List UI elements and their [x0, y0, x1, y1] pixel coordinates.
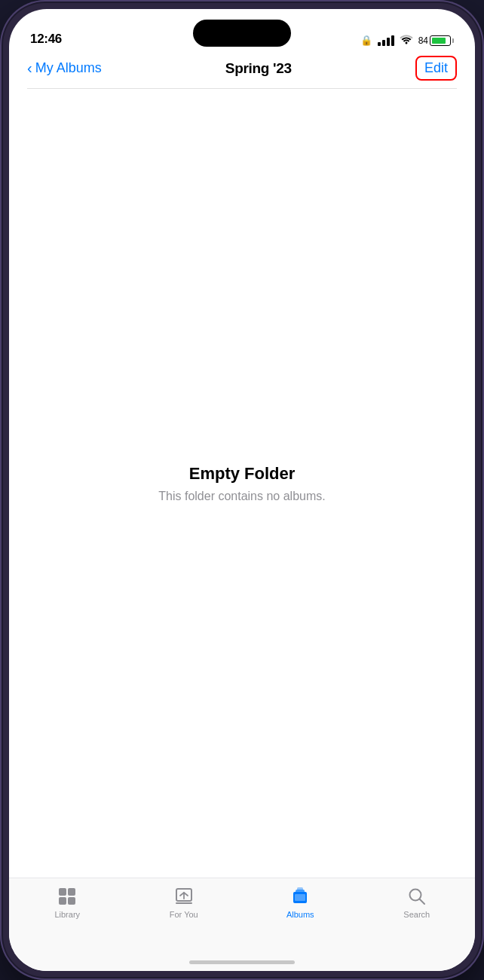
svg-rect-9 [297, 887, 303, 890]
back-label: My Albums [35, 60, 102, 76]
svg-rect-0 [59, 888, 66, 896]
tab-albums-label: Albums [286, 910, 314, 919]
empty-folder-subtitle: This folder contains no albums. [158, 490, 325, 503]
svg-rect-3 [68, 897, 75, 905]
home-indicator [9, 953, 475, 971]
phone-frame: 12:46 🔒 [0, 0, 484, 980]
empty-folder-title: Empty Folder [189, 464, 296, 484]
svg-rect-10 [295, 894, 305, 901]
tab-search[interactable]: Search [387, 886, 447, 919]
library-icon [57, 886, 78, 907]
signal-icon [378, 35, 394, 46]
home-bar [189, 960, 295, 964]
lock-icon: 🔒 [360, 35, 372, 46]
search-icon [406, 886, 427, 907]
battery-icon: 84 [418, 35, 454, 46]
albums-icon [289, 886, 311, 907]
tab-for-you-label: For You [170, 910, 198, 919]
back-button[interactable]: ‹ My Albums [27, 60, 102, 76]
tab-albums[interactable]: Albums [270, 886, 330, 919]
status-time: 12:46 [30, 32, 62, 47]
svg-rect-1 [68, 888, 75, 896]
tab-bar: Library For You [9, 878, 475, 953]
tab-library[interactable]: Library [37, 886, 97, 919]
tab-library-label: Library [54, 910, 80, 919]
content-area: Empty Folder This folder contains no alb… [9, 89, 475, 878]
tab-search-label: Search [403, 910, 430, 919]
back-arrow-icon: ‹ [27, 60, 32, 75]
for-you-icon [173, 886, 195, 907]
wifi-icon [400, 34, 413, 47]
nav-bar: ‹ My Albums Spring '23 Edit [9, 53, 475, 88]
svg-line-12 [419, 899, 424, 905]
dynamic-island [193, 20, 291, 47]
edit-button[interactable]: Edit [415, 56, 457, 81]
status-icons: 🔒 [360, 34, 454, 47]
tab-for-you[interactable]: For You [154, 886, 214, 919]
phone-screen: 12:46 🔒 [9, 9, 475, 971]
svg-rect-2 [59, 897, 66, 905]
page-title: Spring '23 [225, 60, 292, 77]
battery-level: 84 [418, 35, 428, 46]
